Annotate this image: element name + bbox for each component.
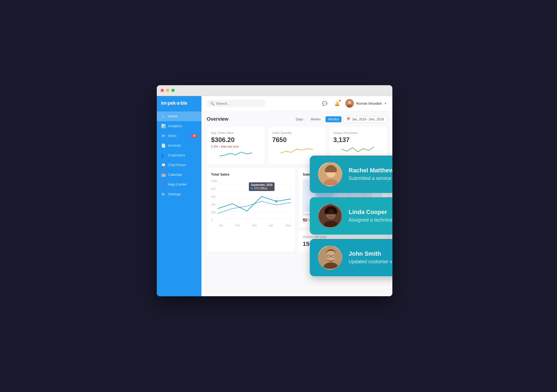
months-button[interactable]: Months	[325, 116, 341, 122]
sidebar-label-settings: Settings	[168, 192, 181, 196]
svg-point-26	[325, 212, 327, 214]
svg-point-27	[335, 212, 337, 214]
weeks-button[interactable]: Weeks	[308, 116, 323, 122]
avatar-linda	[318, 204, 342, 228]
days-button[interactable]: Days	[293, 116, 306, 122]
notification-card-john: John Smith Updated customer via SMS	[310, 239, 392, 276]
sidebar-item-invoices[interactable]: 📄 Invoices	[157, 141, 201, 150]
header-icons: 💬 🔔	[320, 99, 387, 108]
x-label-feb: Feb	[235, 224, 240, 227]
sidebar-item-calendar[interactable]: 📅 Calendar	[157, 170, 201, 180]
chevron-down-icon: ▼	[384, 102, 387, 105]
unique-purchases-label: Unique Purchases	[333, 131, 383, 134]
sidebar-item-chat-room[interactable]: 💬 Chat Room	[157, 160, 201, 170]
logo: im·pek·a·ble	[157, 100, 201, 111]
sidebar-label-invoices: Invoices	[168, 143, 181, 147]
maximize-button[interactable]	[171, 89, 175, 92]
sidebar-item-help-center[interactable]: ❓ Help Center	[157, 180, 201, 189]
close-button[interactable]	[161, 89, 164, 92]
inbox-badge: 16	[191, 134, 197, 137]
y-label-600: 600	[211, 195, 217, 198]
analytics-icon: 📊	[161, 124, 165, 128]
invoices-icon: 📄	[161, 143, 165, 148]
y-axis: 0 200 400 600 800 1000	[211, 180, 217, 223]
date-range-text: Jan, 2019 - Dec, 2019	[352, 117, 384, 121]
avatar	[345, 99, 354, 108]
notif-name-john: John Smith	[349, 250, 392, 257]
tooltip-month: September, 2019	[251, 183, 272, 186]
x-axis: Jan Feb Mar Apr May	[211, 223, 291, 227]
sidebar-label-analytics: Analytics	[168, 124, 182, 128]
notif-action-rachel: Submitted a service request	[349, 176, 392, 181]
search-icon: 🔍	[210, 101, 214, 106]
x-label-may: May	[286, 224, 291, 227]
tooltip-label: Offline	[260, 187, 268, 190]
notifications-overlay: Rachel Matthews Submitted a service requ…	[310, 156, 392, 276]
title-bar	[157, 85, 392, 96]
total-sales-title: Total Sales	[211, 172, 291, 176]
chart-tooltip: September, 2019 570 Offline	[249, 182, 275, 191]
unique-purchases-value: 3,137	[333, 136, 383, 144]
notif-content-rachel: Rachel Matthews Submitted a service requ…	[349, 167, 392, 181]
notif-action-john: Updated customer via SMS	[349, 259, 392, 265]
sidebar-label-chat: Chat Room	[168, 163, 186, 167]
user-name: Ronnie Woodkin	[356, 101, 382, 106]
avg-order-label: Avg. Order Value	[211, 131, 260, 134]
y-label-1000: 1000	[211, 180, 217, 183]
unique-purchases-sparkline	[333, 144, 383, 154]
sidebar-item-inbox[interactable]: ✉ Inbox 16	[157, 131, 201, 141]
help-icon: ❓	[161, 182, 165, 187]
sidebar: im·pek·a·ble ⌂ Home 📊 Analytics ✉ Inbox …	[157, 96, 201, 296]
sidebar-item-customers[interactable]: 👥 Customers	[157, 150, 201, 160]
user-menu[interactable]: Ronnie Woodkin ▼	[345, 99, 387, 108]
notif-action-linda: Assigned a technician to the customer	[349, 217, 392, 223]
date-range[interactable]: 📅 Jan, 2019 - Dec, 2019	[344, 116, 387, 123]
home-icon: ⌂	[161, 114, 165, 118]
y-label-400: 400	[211, 203, 217, 206]
header: 🔍 💬 🔔	[201, 96, 392, 111]
settings-icon: ⚙	[161, 192, 165, 196]
notif-content-linda: Linda Cooper Assigned a technician to th…	[349, 209, 392, 223]
notification-dot	[339, 100, 341, 102]
notif-name-rachel: Rachel Matthews	[349, 167, 392, 174]
notification-card-rachel: Rachel Matthews Submitted a service requ…	[310, 156, 392, 193]
calendar-icon: 📅	[347, 117, 350, 121]
avatar-rachel	[318, 162, 342, 186]
avg-order-sparkline	[211, 148, 260, 159]
order-qty-value: 7650	[272, 136, 321, 144]
sidebar-label-inbox: Inbox	[168, 134, 177, 138]
sidebar-item-settings[interactable]: ⚙ Settings	[157, 189, 201, 199]
screen-wrapper: im·pek·a·ble ⌂ Home 📊 Analytics ✉ Inbox …	[157, 85, 400, 307]
notif-name-linda: Linda Cooper	[349, 209, 392, 216]
avg-order-change: 1.3% ↓ than last year	[211, 145, 260, 148]
sidebar-label-home: Home	[168, 114, 178, 118]
sidebar-label-calendar: Calendar	[168, 173, 183, 177]
order-qty-label: Order Quantity	[272, 131, 321, 134]
svg-point-9	[275, 200, 277, 202]
minimize-button[interactable]	[166, 89, 169, 92]
x-label-mar: Mar	[252, 224, 257, 227]
y-label-0: 0	[211, 219, 217, 222]
search-box[interactable]: 🔍	[207, 100, 265, 107]
y-label-200: 200	[211, 211, 217, 214]
sidebar-label-help: Help Center	[168, 182, 187, 186]
avatar-john	[318, 245, 342, 270]
overview-header: Overview Days Weeks Months 📅 Jan, 2019 -…	[207, 116, 387, 123]
search-input[interactable]	[216, 101, 262, 106]
page-title: Overview	[207, 116, 229, 122]
sidebar-item-analytics[interactable]: 📊 Analytics	[157, 121, 201, 131]
notifications-button[interactable]: 🔔	[333, 99, 341, 108]
chat-icon: 💬	[161, 163, 165, 167]
notification-card-linda: Linda Cooper Assigned a technician to th…	[310, 197, 392, 235]
total-sales-chart-area: 0 200 400 600 800 1000	[211, 180, 291, 223]
sidebar-item-home[interactable]: ⌂ Home	[157, 111, 201, 121]
main-content: 🔍 💬 🔔	[201, 96, 392, 296]
total-sales-chart-card: Total Sales 0 200 400 600 800 1000	[207, 168, 295, 252]
svg-point-1	[348, 101, 351, 104]
chat-bubble-button[interactable]: 💬	[320, 99, 329, 108]
calendar-icon: 📅	[161, 173, 165, 177]
x-label-jan: Jan	[219, 224, 223, 227]
tooltip-value: 570	[254, 187, 259, 190]
us-flag: 🇺🇸	[303, 218, 307, 222]
x-label-apr: Apr	[269, 224, 273, 227]
